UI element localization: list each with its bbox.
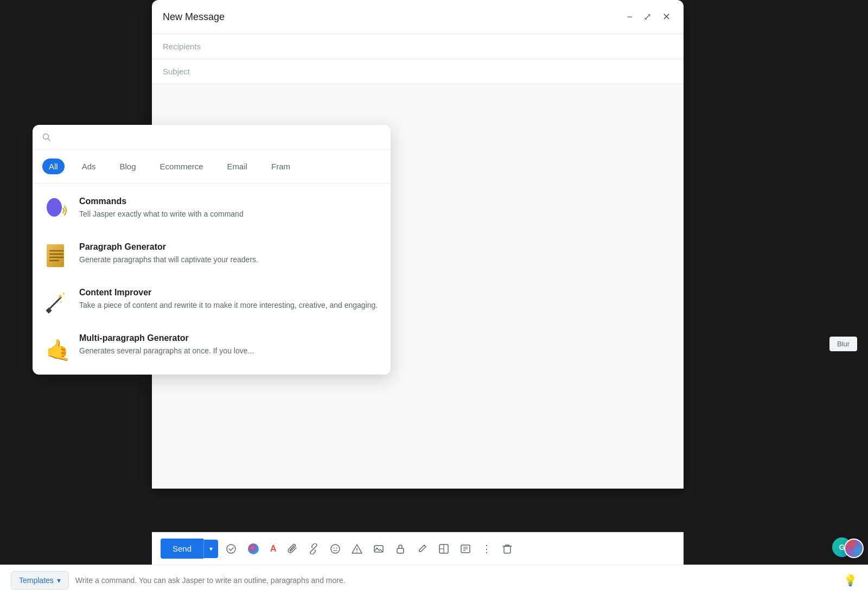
link-icon [308,543,319,554]
svg-point-22 [49,198,59,208]
warning-icon [352,543,362,554]
template-item-content-improver[interactable]: ✦ ✦ ✦ Content Improver Take a piece of c… [33,279,391,325]
content-improver-description: Take a piece of content and rewrite it t… [79,300,378,311]
layout-button[interactable] [435,540,452,558]
template-icon [460,543,471,554]
emoji-icon [330,543,341,554]
category-ecommerce-button[interactable]: Ecommerce [154,159,210,174]
compose-toolbar: Send ▾ A [152,532,684,565]
templates-chevron-icon: ▾ [57,576,61,585]
svg-text:✦: ✦ [62,292,66,296]
send-button[interactable]: Send [161,539,203,559]
multi-paragraph-icon: 🤙 [42,333,71,362]
svg-rect-18 [504,546,510,553]
svg-rect-10 [397,548,404,553]
content-improver-icon: ✦ ✦ ✦ [42,288,71,316]
checkmark-button[interactable] [222,540,240,558]
maximize-icon: ⤢ [643,11,652,23]
format-text-icon: A [270,544,277,554]
layout-icon [438,543,449,554]
image-button[interactable] [370,540,387,558]
emoji-button[interactable] [327,540,344,558]
template-item-commands[interactable]: Commands Tell Jasper exactly what to wri… [33,188,391,233]
svg-point-4 [333,547,334,548]
compose-title: New Message [163,11,624,23]
paragraph-generator-description: Generate paragraphs that will captivate … [79,254,258,265]
svg-text:🤙: 🤙 [46,338,71,362]
svg-line-2 [312,548,315,550]
maximize-button[interactable]: ⤢ [641,9,654,25]
template-list: Commands Tell Jasper exactly what to wri… [33,183,391,375]
category-email-button[interactable]: Email [221,159,254,174]
pencil-icon [417,543,427,554]
subject-field[interactable]: Subject [152,59,684,84]
template-item-multi-paragraph[interactable]: 🤙 Multi-paragraph Generator Generates se… [33,325,391,370]
svg-point-0 [227,545,235,553]
commands-title: Commands [79,197,244,206]
more-options-button[interactable]: ⋮ [478,540,495,558]
close-icon: ✕ [662,11,671,23]
multi-paragraph-info: Multi-paragraph Generator Generates seve… [79,333,254,357]
template-search [33,125,391,150]
svg-point-3 [331,545,340,553]
lock-icon [395,543,406,554]
template-search-input[interactable] [56,132,381,142]
template-item-paragraph-generator[interactable]: Paragraph Generator Generate paragraphs … [33,233,391,279]
link-button[interactable] [305,540,322,558]
category-all-button[interactable]: All [42,159,65,174]
attach-icon [288,543,297,554]
template-dropdown: All Ads Blog Ecommerce Email Fram Comman… [33,125,391,375]
svg-text:✦: ✦ [60,300,62,303]
templates-label: Templates [19,576,54,585]
delete-icon [502,543,512,554]
search-icon [42,133,51,142]
paragraph-generator-icon [42,242,71,270]
template-categories: All Ads Blog Ecommerce Email Fram [33,150,391,183]
commands-description: Tell Jasper exactly what to write with a… [79,208,244,220]
checkmark-icon [226,543,237,554]
delete-button[interactable] [499,540,515,558]
command-bar: Templates ▾ 💡 [0,565,868,595]
category-fram-button[interactable]: Fram [265,159,297,174]
blur-button[interactable]: Blur [829,337,857,351]
compose-header-actions: − ⤢ ✕ [624,9,673,25]
format-text-button[interactable]: A [267,541,280,557]
command-input[interactable] [75,576,837,585]
svg-point-7 [356,551,358,552]
paragraph-generator-title: Paragraph Generator [79,242,258,252]
purple-circle-button[interactable] [844,539,864,558]
multi-paragraph-title: Multi-paragraph Generator [79,333,254,343]
send-dropdown-button[interactable]: ▾ [203,540,218,558]
category-ads-button[interactable]: Ads [75,159,103,174]
svg-line-20 [48,138,50,141]
category-blog-button[interactable]: Blog [113,159,143,174]
multi-paragraph-description: Generates several paragraphs at once. If… [79,345,254,357]
paragraph-generator-info: Paragraph Generator Generate paragraphs … [79,242,258,265]
content-improver-info: Content Improver Take a piece of content… [79,288,378,311]
lock-button[interactable] [392,540,409,558]
jasper-orb-icon [247,543,259,555]
warning-button[interactable] [348,540,366,558]
jasper-orb-button[interactable] [244,540,263,558]
commands-icon [42,197,71,225]
content-improver-title: Content Improver [79,288,378,298]
commands-info: Commands Tell Jasper exactly what to wri… [79,197,244,220]
svg-rect-24 [47,244,64,267]
image-icon [373,543,384,554]
close-button[interactable]: ✕ [660,9,673,25]
more-options-icon: ⋮ [482,543,492,555]
svg-point-1 [248,543,259,554]
compose-header: New Message − ⤢ ✕ [152,0,684,34]
recipients-field[interactable]: Recipients [152,34,684,59]
minimize-icon: − [627,11,633,23]
lightbulb-icon: 💡 [844,574,857,587]
svg-point-5 [336,547,337,548]
minimize-button[interactable]: − [624,9,635,25]
pencil-button[interactable] [413,540,431,558]
template-button[interactable] [457,540,474,558]
templates-button[interactable]: Templates ▾ [11,571,69,590]
attach-button[interactable] [284,540,301,558]
send-button-group: Send ▾ [161,539,218,559]
